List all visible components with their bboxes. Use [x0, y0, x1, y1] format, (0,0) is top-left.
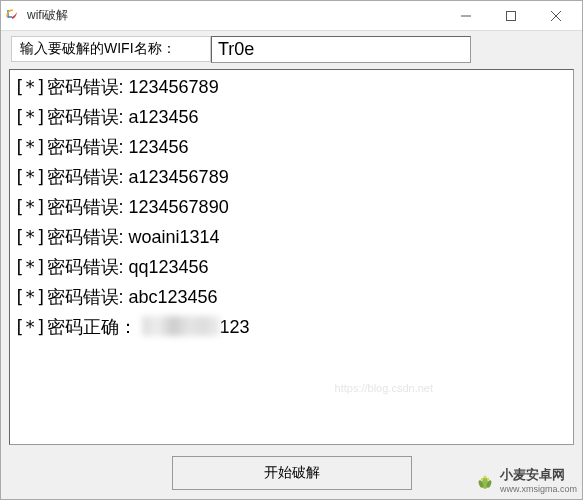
- watermark-text: 小麦安卓网 www.xmsigma.com: [500, 466, 577, 494]
- output-line: [*]密码错误: 123456: [14, 132, 569, 162]
- minimize-button[interactable]: [443, 2, 488, 30]
- titlebar: wifi破解: [1, 1, 582, 31]
- svg-point-8: [481, 478, 483, 480]
- svg-point-9: [487, 478, 489, 480]
- maximize-button[interactable]: [488, 2, 533, 30]
- window-controls: [443, 2, 578, 30]
- output-line: [*]密码错误: abc123456: [14, 282, 569, 312]
- wifi-name-label: 输入要破解的WIFI名称：: [11, 36, 211, 62]
- output-line: [*]密码错误: a123456789: [14, 162, 569, 192]
- close-button[interactable]: [533, 2, 578, 30]
- censored-password: [142, 316, 220, 336]
- faded-watermark-url: https://blog.csdn.net: [335, 382, 433, 394]
- svg-rect-1: [506, 11, 515, 20]
- app-icon: [5, 8, 21, 24]
- output-textarea[interactable]: [*]密码错误: 123456789 [*]密码错误: a123456 [*]密…: [9, 69, 574, 445]
- start-crack-button[interactable]: 开始破解: [172, 456, 412, 490]
- svg-point-7: [483, 476, 486, 479]
- wifi-name-input[interactable]: [211, 36, 471, 63]
- output-line: [*]密码错误: 123456789: [14, 72, 569, 102]
- app-window: wifi破解 输入要破解的WIFI名称： [*]密码错误: 123456789 …: [0, 0, 583, 500]
- output-line: [*]密码错误: qq123456: [14, 252, 569, 282]
- output-line: [*]密码错误: 1234567890: [14, 192, 569, 222]
- output-line: [*]密码错误: woaini1314: [14, 222, 569, 252]
- input-row: 输入要破解的WIFI名称：: [1, 31, 582, 67]
- output-line: [*]密码错误: a123456: [14, 102, 569, 132]
- window-title: wifi破解: [27, 7, 443, 24]
- wheat-icon: [474, 469, 496, 491]
- site-watermark: 小麦安卓网 www.xmsigma.com: [474, 466, 577, 494]
- output-line-correct: [*]密码正确： 123: [14, 312, 569, 342]
